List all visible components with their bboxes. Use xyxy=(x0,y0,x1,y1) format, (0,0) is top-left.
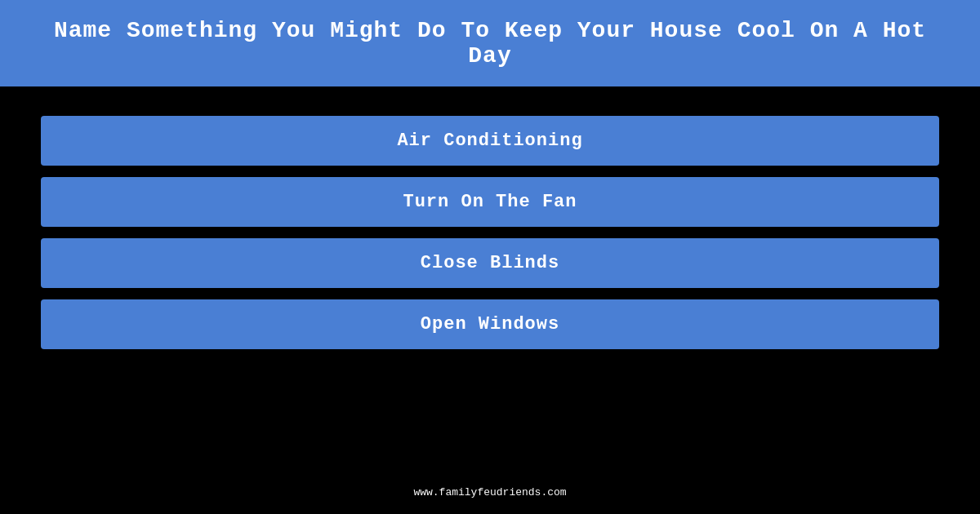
answers-list: Air Conditioning Turn On The Fan Close B… xyxy=(0,100,980,366)
answer-text-1: Air Conditioning xyxy=(397,131,582,151)
answer-text-3: Close Blinds xyxy=(421,253,559,273)
answer-item-2[interactable]: Turn On The Fan xyxy=(41,177,939,227)
answer-text-2: Turn On The Fan xyxy=(403,192,577,212)
question-title: Name Something You Might Do To Keep Your… xyxy=(54,18,926,69)
footer: www.familyfeudriends.com xyxy=(0,485,980,499)
answer-text-4: Open Windows xyxy=(421,314,559,335)
divider xyxy=(0,86,980,91)
answer-item-1[interactable]: Air Conditioning xyxy=(41,116,939,166)
answer-item-4[interactable]: Open Windows xyxy=(41,299,939,349)
question-header: Name Something You Might Do To Keep Your… xyxy=(0,0,980,86)
footer-url: www.familyfeudriends.com xyxy=(413,486,566,498)
answer-item-3[interactable]: Close Blinds xyxy=(41,238,939,288)
